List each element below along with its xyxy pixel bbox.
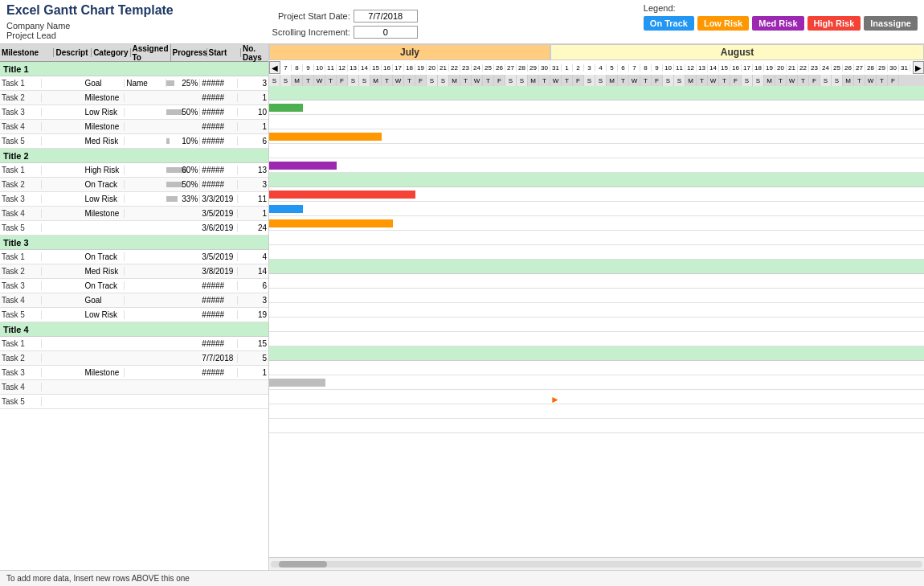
gantt-row (269, 144, 924, 158)
gantt-row (269, 361, 924, 375)
table-row: Task 3 Low Risk 33% 3/3/2019 11 (0, 192, 268, 207)
table-row: Task 5 (0, 395, 268, 409)
table-row: Task 1 High Risk 60% ##### 13 (0, 163, 268, 178)
table-row: Task 3 Milestone ##### 1 (0, 366, 268, 380)
gantt-title-1 (269, 86, 924, 100)
legend-medrisk-button[interactable]: Med Risk (752, 16, 803, 31)
title-row-1: Title 1 (0, 62, 268, 76)
col-category: Category (92, 48, 130, 57)
col-assigned: Assigned To (131, 44, 171, 62)
gantt-row (269, 332, 924, 346)
col-days: No. Days (241, 44, 268, 62)
gantt-row (269, 318, 924, 332)
project-start-input[interactable] (354, 10, 418, 23)
footer-note: To add more data, Insert new rows ABOVE … (6, 574, 190, 583)
col-progress: Progress (171, 48, 207, 57)
table-row: Task 4 Milestone ##### 1 (0, 120, 268, 134)
column-headers: Milestone Descript Category Assigned To … (0, 44, 268, 62)
gantt-title-2 (269, 173, 924, 187)
table-row: Task 4 (0, 380, 268, 395)
table-row: Task 2 7/7/2018 5 (0, 351, 268, 366)
legend-ontrack-button[interactable]: On Track (644, 16, 694, 31)
gantt-row (269, 158, 924, 173)
project-start-label: Project Start Date: (254, 11, 350, 21)
scrolling-increment-input[interactable] (354, 26, 418, 39)
legend-label: Legend: (644, 3, 918, 13)
table-row: Task 2 Milestone ##### 1 (0, 91, 268, 105)
table-row: Task 2 On Track 50% ##### 3 (0, 178, 268, 192)
table-row: Task 1 On Track 3/5/2019 4 (0, 250, 268, 264)
table-row: Task 3 Low Risk 50% ##### 10 (0, 105, 268, 120)
col-desc: Descript (54, 48, 92, 57)
nav-row: ◀ 78910111213141516171819202122232425262… (269, 60, 924, 75)
legend-lowrisk-button[interactable]: Low Risk (697, 16, 749, 31)
gantt-row (269, 303, 924, 318)
milestone-marker: ► (550, 394, 560, 405)
legend-unassigned-button[interactable]: Inassigne (864, 16, 918, 31)
legend-highrisk-button[interactable]: High Risk (807, 16, 861, 31)
gantt-row (269, 419, 924, 433)
gantt-row: ► (269, 390, 924, 404)
gantt-row (269, 216, 924, 231)
table-row: Task 4 Goal ##### 3 (0, 293, 268, 308)
gantt-title-4 (269, 346, 924, 361)
gantt-row (269, 375, 924, 390)
nav-right-button[interactable]: ▶ (913, 61, 924, 74)
day-letters-row: SSMTWTFSSMTWTFSSMTWTFSSMTWTFSSMTWTFSSMTW… (269, 75, 924, 86)
table-row: Task 5 Med Risk 10% ##### 6 (0, 134, 268, 149)
gantt-row (269, 187, 924, 202)
title-row-3: Title 3 (0, 236, 268, 250)
month-july: July (269, 44, 550, 60)
gantt-row (269, 231, 924, 245)
footer: To add more data, Insert new rows ABOVE … (0, 570, 924, 586)
app-title: Excel Gantt Chart Template (6, 3, 174, 18)
scrolling-increment-label: Scrolling Increment: (254, 27, 350, 37)
month-august: August (550, 44, 924, 60)
project-lead: Project Lead (6, 31, 174, 40)
col-milestone: Milestone (0, 48, 54, 57)
table-row: Task 5 3/6/2019 24 (0, 221, 268, 236)
gantt-title-3 (269, 260, 924, 274)
gantt-row (269, 289, 924, 303)
nav-left-button[interactable]: ◀ (269, 61, 280, 74)
col-start: Start (207, 48, 241, 57)
table-row: Task 3 On Track ##### 6 (0, 279, 268, 293)
gantt-row (269, 404, 924, 419)
table-row: Task 2 Med Risk 3/8/2019 14 (0, 264, 268, 279)
gantt-row (269, 245, 924, 260)
gantt-row (269, 115, 924, 129)
gantt-row (269, 202, 924, 216)
gantt-row (269, 274, 924, 289)
gantt-row (269, 100, 924, 115)
company-name: Company Name (6, 21, 174, 31)
table-row: Task 1 Goal Name 25% ##### 3 (0, 76, 268, 91)
table-row: Task 4 Milestone 3/5/2019 1 (0, 207, 268, 221)
table-row: Task 1 ##### 15 (0, 337, 268, 351)
title-row-4: Title 4 (0, 322, 268, 337)
title-row-2: Title 2 (0, 149, 268, 163)
month-row: July August (269, 44, 924, 60)
horizontal-scrollbar[interactable] (269, 557, 924, 570)
table-row: Task 5 Low Risk ##### 19 (0, 308, 268, 322)
gantt-row (269, 129, 924, 144)
gantt-body: ► (269, 86, 924, 557)
